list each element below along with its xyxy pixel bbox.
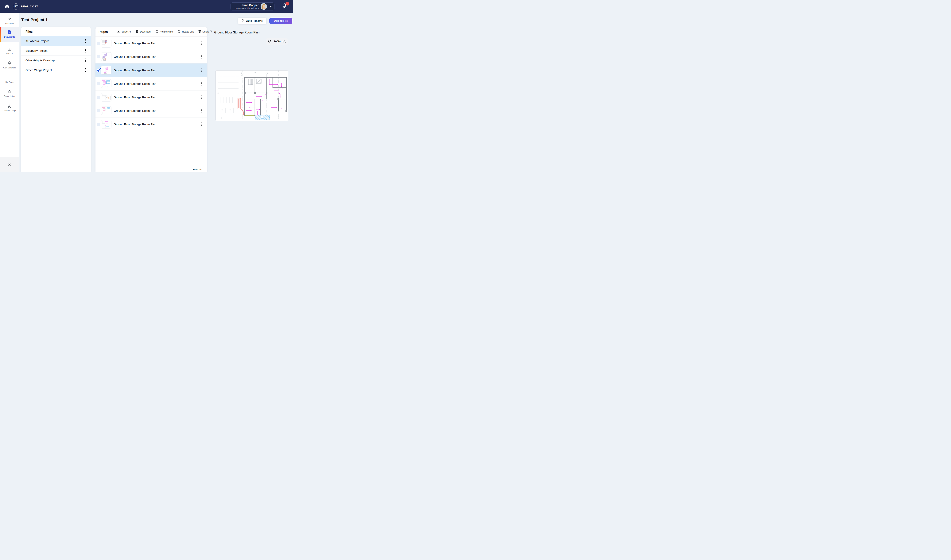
- file-name: Al Jazeera Project: [26, 39, 84, 43]
- page-menu-kebab-icon[interactable]: [200, 68, 203, 72]
- page-row[interactable]: Ground Floor Storage Room Plan: [96, 63, 207, 77]
- page-thumbnail: [101, 79, 111, 88]
- file-row[interactable]: Al Jazeera Project: [21, 36, 91, 46]
- sidebar-item-label: Take Off: [0, 52, 19, 55]
- upload-file-button[interactable]: Upload FIle: [269, 18, 292, 24]
- pages-panel: Pages Select All Download Rotate Right: [96, 27, 207, 172]
- sidebar-item-quote-letter[interactable]: Quote Letter: [0, 89, 19, 97]
- sidebar-item-take-off[interactable]: Take Off: [0, 46, 19, 55]
- page-title-text: Ground Floor Storage Room Plan: [114, 82, 200, 85]
- sidebar-item-label: Documents: [0, 36, 19, 38]
- auto-rename-button[interactable]: Auto Rename: [238, 18, 266, 24]
- page-menu-kebab-icon[interactable]: [200, 109, 203, 113]
- page-title-text: Ground Floor Storage Room Plan: [114, 69, 200, 72]
- search-icon: [209, 30, 213, 34]
- page-title: Test Project 1: [21, 17, 48, 22]
- file-row[interactable]: Blueberry Project: [21, 46, 91, 55]
- file-menu-kebab-icon[interactable]: [84, 39, 87, 43]
- lightbulb-icon: [0, 61, 19, 66]
- files-panel: Files Al Jazeera Project Blueberry Proje…: [21, 27, 91, 172]
- file-menu-kebab-icon[interactable]: [84, 58, 87, 62]
- select-all-button[interactable]: Select All: [117, 30, 131, 34]
- file-menu-kebab-icon[interactable]: [84, 68, 87, 72]
- trash-icon: [198, 30, 201, 34]
- card-lines-icon: [0, 47, 19, 52]
- page-checkbox[interactable]: [97, 82, 100, 85]
- page-row[interactable]: Ground Floor Storage Room Plan: [96, 50, 207, 63]
- page-checkbox[interactable]: [97, 123, 100, 126]
- zoom-controls: 100%: [266, 38, 288, 45]
- sidebar-item-bid-page[interactable]: Bid Page: [0, 75, 19, 83]
- avatar: [260, 3, 267, 10]
- page-thumbnail: [101, 120, 111, 129]
- rotate-left-icon: [177, 30, 181, 34]
- sidebar-item-label: Estimate Graph: [0, 109, 19, 112]
- file-row[interactable]: Olive Heights Drawings: [21, 55, 91, 65]
- zoom-out-button[interactable]: [268, 40, 272, 43]
- page-title-text: Ground Floor Storage Room Plan: [114, 109, 200, 112]
- file-row[interactable]: Green Wings Project: [21, 65, 91, 75]
- page-menu-kebab-icon[interactable]: [200, 82, 203, 86]
- notifications-button[interactable]: 12: [282, 3, 288, 9]
- pie-chart-icon: [0, 104, 19, 109]
- document-icon: [0, 30, 19, 35]
- zoom-in-button[interactable]: [282, 40, 286, 43]
- page-row[interactable]: Ground Floor Storage Room Plan: [96, 37, 207, 50]
- notification-badge: 12: [285, 2, 289, 6]
- page-menu-kebab-icon[interactable]: [200, 122, 203, 126]
- sidebar: Overview Documents Take Off Gen Material…: [0, 13, 19, 172]
- rotate-left-button[interactable]: Rotate Left: [177, 30, 194, 34]
- sidebar-item-label: Quote Letter: [0, 95, 19, 97]
- file-menu-kebab-icon[interactable]: [84, 48, 87, 53]
- page-checkbox-checked[interactable]: [97, 69, 100, 72]
- pages-search-button[interactable]: [209, 29, 213, 35]
- sidebar-item-label: Gen Materials: [0, 66, 19, 69]
- auto-rename-label: Auto Rename: [246, 19, 263, 22]
- rotate-right-button[interactable]: Rotate Right: [155, 30, 173, 34]
- floor-plan-preview: [216, 70, 288, 121]
- sidebar-item-overview[interactable]: Overview: [0, 16, 19, 25]
- rotate-right-icon: [155, 30, 159, 34]
- envelope-open-icon: [0, 89, 19, 94]
- user-email: janecooper@gmail.com: [236, 7, 259, 9]
- select-all-icon: [117, 30, 120, 34]
- page-checkbox[interactable]: [97, 42, 100, 45]
- page-menu-kebab-icon[interactable]: [200, 41, 203, 45]
- pages-panel-title: Pages: [99, 30, 108, 34]
- delete-label: Delete: [202, 31, 209, 33]
- sidebar-collapse-button[interactable]: [0, 157, 19, 172]
- list-search-icon: [0, 17, 19, 22]
- page-checkbox[interactable]: [97, 55, 100, 58]
- page-row[interactable]: Ground Floor Storage Room Plan: [96, 104, 207, 117]
- page-row[interactable]: Ground Floor Storage Room Plan: [96, 77, 207, 91]
- brand: RC REAL COST: [13, 3, 38, 9]
- sidebar-item-estimate-graph[interactable]: Estimate Graph: [0, 103, 19, 112]
- page-title-text: Ground Floor Storage Room Plan: [114, 55, 200, 58]
- zoom-level: 100%: [274, 40, 281, 43]
- page-menu-kebab-icon[interactable]: [200, 95, 203, 99]
- sidebar-item-gen-materials[interactable]: Gen Materials: [0, 60, 19, 69]
- page-checkbox[interactable]: [97, 109, 100, 112]
- page-checkbox[interactable]: [97, 95, 100, 99]
- page-row[interactable]: Ground Floor Storage Room Plan: [96, 91, 207, 104]
- download-button[interactable]: Download: [136, 30, 151, 34]
- sidebar-item-label: Bid Page: [0, 81, 19, 83]
- page-row[interactable]: Ground Floor Storage Room Plan: [96, 117, 207, 131]
- delete-button[interactable]: Delete: [198, 30, 209, 34]
- chevron-down-icon: [269, 6, 272, 8]
- sidebar-item-documents[interactable]: Documents: [0, 27, 19, 42]
- home-button[interactable]: [4, 3, 10, 10]
- home-icon: [5, 4, 9, 9]
- file-name: Blueberry Project: [26, 49, 84, 52]
- file-name: Green Wings Project: [26, 68, 84, 72]
- magic-wand-icon: [242, 19, 245, 23]
- file-name: Olive Heights Drawings: [26, 59, 84, 62]
- page-thumbnail: [101, 52, 111, 61]
- briefcase-icon: [0, 75, 19, 80]
- user-name: Jane Cooper: [236, 4, 259, 7]
- user-menu[interactable]: Jane Cooper janecooper@gmail.com: [231, 3, 274, 11]
- page-thumbnail: [101, 93, 111, 102]
- brand-logo-icon: RC: [13, 3, 19, 9]
- page-menu-kebab-icon[interactable]: [200, 55, 203, 59]
- rotate-left-label: Rotate Left: [182, 31, 194, 33]
